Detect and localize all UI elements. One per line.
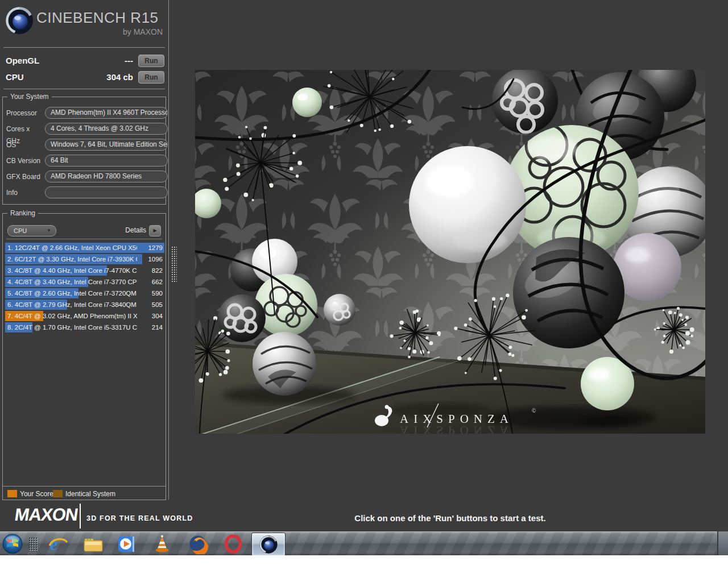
taskbar-texture (0, 532, 728, 555)
your-score-swatch (7, 490, 17, 497)
svg-text:AIXSPONZA: AIXSPONZA (400, 423, 514, 434)
ranking-row[interactable]: 1. 12C/24T @ 2.66 GHz, Intel Xeon CPU X5… (5, 242, 164, 253)
details-button[interactable]: ▶ (149, 225, 161, 236)
details-label: Details (125, 226, 146, 234)
ranking-row[interactable]: 4. 4C/8T @ 3.40 GHz, Intel Core i7-3770 … (5, 276, 164, 288)
ranking-row[interactable]: 6. 4C/8T @ 2.79 GHz, Intel Core i7-3840Q… (5, 299, 164, 310)
cpu-label: CPU (6, 72, 24, 82)
your-system-group: Your System Processor AMD Phenom(tm) II … (2, 97, 166, 205)
cinebench-logo-icon (5, 6, 34, 35)
cbversion-field[interactable]: 64 Bit (45, 155, 168, 167)
ranking-scroll-grip[interactable] (171, 246, 177, 282)
app-title: CINEBENCH R15 (36, 9, 165, 27)
ranking-row[interactable]: 7. 4C/4T @ 3.02 GHz, AMD Phenom(tm) II X… (5, 310, 164, 322)
status-message: Click on one of the 'Run' buttons to sta… (195, 513, 705, 523)
field-label-info: Info (6, 187, 45, 199)
maxon-tagline: 3D FOR THE REAL WORLD (86, 514, 193, 522)
render-preview: AIXSPONZA © AIXSPONZA (195, 70, 705, 434)
opengl-run-button[interactable]: Run (138, 55, 164, 67)
separator (6, 239, 162, 239)
cinebench-icon (259, 535, 278, 554)
ranking-title: Ranking (7, 209, 38, 217)
field-label-processor: Processor (6, 107, 45, 119)
svg-text:©: © (532, 408, 536, 414)
cpu-score: 304 cb (63, 72, 133, 82)
media-player-icon[interactable] (115, 534, 137, 554)
cinebench-window: CINEBENCH R15 by MAXON OpenGL --- Run CP… (0, 0, 728, 531)
separator (3, 486, 166, 487)
opengl-score: --- (63, 56, 133, 65)
chevron-down-icon: ▼ (47, 226, 51, 236)
taskbar-grip (28, 537, 38, 552)
opengl-label: OpenGL (6, 56, 39, 65)
ranking-row[interactable]: 3. 4C/8T @ 4.40 GHz, Intel Core i7-4770K… (5, 265, 164, 276)
start-button[interactable] (2, 533, 23, 555)
field-label-os: OS (6, 139, 45, 151)
your-system-title: Your System (7, 93, 52, 101)
separator (3, 89, 165, 89)
cpu-run-button[interactable]: Run (138, 71, 164, 84)
ranking-filter-value: CPU (14, 227, 27, 234)
show-desktop-button[interactable] (717, 531, 728, 555)
maxon-logo-divider (80, 504, 81, 529)
info-field[interactable] (45, 186, 168, 198)
screenshot-padding (0, 555, 728, 582)
os-field[interactable]: Windows 7, 64 Bit, Ultimate Edition Ser (45, 139, 168, 151)
firefox-icon[interactable] (187, 534, 209, 554)
ranking-group: Ranking CPU ▼ Details ▶ 1. 12C/24T @ 2.6… (2, 213, 166, 500)
app-subtitle: by MAXON (38, 27, 163, 36)
field-label-cbversion: CB Version (6, 155, 45, 167)
separator (3, 47, 165, 48)
identical-system-swatch (53, 490, 63, 497)
ranking-row[interactable]: 8. 2C/4T @ 1.70 GHz, Intel Core i5-3317U… (5, 322, 164, 333)
ranking-list: 1. 12C/24T @ 2.66 GHz, Intel Xeon CPU X5… (5, 242, 164, 333)
gfx-field[interactable]: AMD Radeon HD 7800 Series (45, 171, 168, 182)
your-score-label: Your Score (20, 490, 53, 498)
render-scene: AIXSPONZA © AIXSPONZA (195, 70, 705, 434)
opera-icon[interactable] (222, 534, 244, 554)
vlc-icon[interactable] (151, 534, 173, 554)
processor-field[interactable]: AMD Phenom(tm) II X4 960T Processor (45, 107, 168, 119)
internet-explorer-icon[interactable]: e (47, 534, 69, 554)
identical-system-label: Identical System (65, 490, 115, 498)
ranking-row[interactable]: 2. 6C/12T @ 3.30 GHz, Intel Core i7-3930… (5, 253, 164, 265)
windows-taskbar: e CS ▲ (0, 531, 728, 555)
maxon-logo: MAXON (13, 505, 78, 525)
ranking-filter-dropdown[interactable]: CPU ▼ (7, 225, 56, 236)
panel-divider (168, 0, 169, 500)
windows-explorer-icon[interactable] (82, 534, 104, 554)
cores-field[interactable]: 4 Cores, 4 Threads @ 3.02 GHz (45, 123, 168, 135)
field-label-gfx: GFX Board (6, 171, 45, 183)
cinebench-taskbar-button[interactable] (251, 533, 286, 555)
ranking-row[interactable]: 5. 4C/8T @ 2.60 GHz, Intel Core i7-3720Q… (5, 288, 164, 299)
